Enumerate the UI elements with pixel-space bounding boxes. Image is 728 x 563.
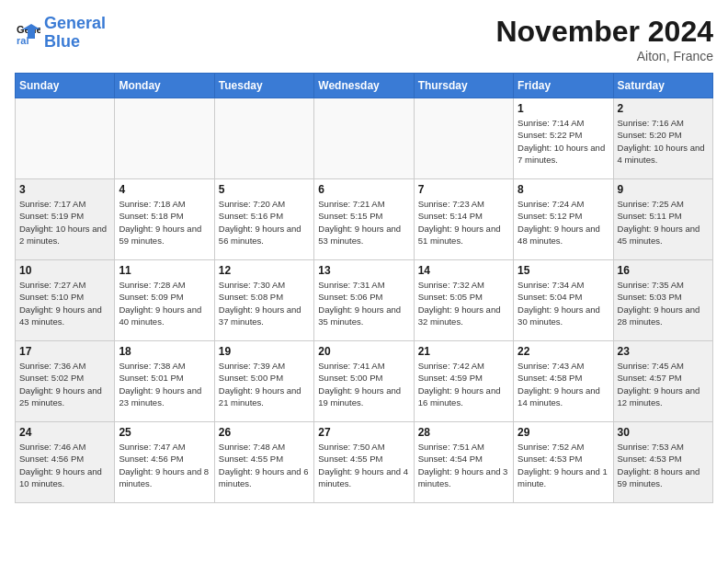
- logo-text-line1: General: [44, 15, 106, 33]
- day-number: 25: [119, 426, 210, 439]
- calendar-cell: [115, 98, 214, 179]
- day-number: 17: [19, 345, 110, 358]
- day-number: 7: [418, 183, 509, 196]
- day-info: Sunrise: 7:50 AM Sunset: 4:55 PM Dayligh…: [318, 441, 409, 489]
- day-info: Sunrise: 7:34 AM Sunset: 5:04 PM Dayligh…: [518, 279, 609, 327]
- calendar-cell: 11Sunrise: 7:28 AM Sunset: 5:09 PM Dayli…: [115, 260, 214, 341]
- day-info: Sunrise: 7:47 AM Sunset: 4:56 PM Dayligh…: [119, 441, 210, 489]
- day-info: Sunrise: 7:51 AM Sunset: 4:54 PM Dayligh…: [418, 441, 509, 489]
- calendar-cell: 30Sunrise: 7:53 AM Sunset: 4:53 PM Dayli…: [613, 422, 712, 503]
- weekday-header-row: SundayMondayTuesdayWednesdayThursdayFrid…: [16, 74, 713, 98]
- calendar-cell: 24Sunrise: 7:46 AM Sunset: 4:56 PM Dayli…: [16, 422, 115, 503]
- day-info: Sunrise: 7:43 AM Sunset: 4:58 PM Dayligh…: [518, 360, 609, 408]
- svg-text:ral: ral: [17, 35, 28, 46]
- day-info: Sunrise: 7:52 AM Sunset: 4:53 PM Dayligh…: [518, 441, 609, 489]
- calendar-cell: 13Sunrise: 7:31 AM Sunset: 5:06 PM Dayli…: [314, 260, 414, 341]
- calendar-cell: 19Sunrise: 7:39 AM Sunset: 5:00 PM Dayli…: [214, 341, 313, 422]
- day-number: 19: [219, 345, 310, 358]
- calendar-cell: 1Sunrise: 7:14 AM Sunset: 5:22 PM Daylig…: [514, 98, 613, 179]
- day-info: Sunrise: 7:27 AM Sunset: 5:10 PM Dayligh…: [19, 279, 110, 327]
- week-row-2: 3Sunrise: 7:17 AM Sunset: 5:19 PM Daylig…: [16, 179, 713, 260]
- calendar-cell: 3Sunrise: 7:17 AM Sunset: 5:19 PM Daylig…: [16, 179, 115, 260]
- calendar-cell: 18Sunrise: 7:38 AM Sunset: 5:01 PM Dayli…: [115, 341, 214, 422]
- day-number: 14: [418, 264, 509, 277]
- calendar-table: SundayMondayTuesdayWednesdayThursdayFrid…: [15, 73, 713, 503]
- weekday-header-monday: Monday: [115, 74, 214, 98]
- day-number: 4: [119, 183, 210, 196]
- day-number: 23: [618, 345, 709, 358]
- day-number: 28: [418, 426, 509, 439]
- logo-icon: Gene ral: [15, 20, 40, 46]
- day-info: Sunrise: 7:46 AM Sunset: 4:56 PM Dayligh…: [19, 441, 110, 489]
- title-block: November 2024 Aiton, France: [495, 15, 713, 63]
- day-info: Sunrise: 7:23 AM Sunset: 5:14 PM Dayligh…: [418, 198, 509, 247]
- day-info: Sunrise: 7:53 AM Sunset: 4:53 PM Dayligh…: [618, 441, 709, 489]
- calendar-cell: 2Sunrise: 7:16 AM Sunset: 5:20 PM Daylig…: [613, 98, 712, 179]
- day-info: Sunrise: 7:45 AM Sunset: 4:57 PM Dayligh…: [618, 360, 709, 408]
- calendar-cell: [214, 98, 313, 179]
- calendar-cell: [314, 98, 414, 179]
- day-number: 29: [518, 426, 609, 439]
- day-info: Sunrise: 7:31 AM Sunset: 5:06 PM Dayligh…: [318, 279, 409, 327]
- day-number: 22: [518, 345, 609, 358]
- day-info: Sunrise: 7:39 AM Sunset: 5:00 PM Dayligh…: [219, 360, 310, 408]
- calendar-cell: 7Sunrise: 7:23 AM Sunset: 5:14 PM Daylig…: [414, 179, 513, 260]
- day-info: Sunrise: 7:20 AM Sunset: 5:16 PM Dayligh…: [219, 198, 310, 247]
- calendar-cell: 16Sunrise: 7:35 AM Sunset: 5:03 PM Dayli…: [613, 260, 712, 341]
- calendar-cell: 12Sunrise: 7:30 AM Sunset: 5:08 PM Dayli…: [214, 260, 313, 341]
- day-number: 12: [219, 264, 310, 277]
- calendar-cell: 15Sunrise: 7:34 AM Sunset: 5:04 PM Dayli…: [514, 260, 613, 341]
- day-number: 10: [19, 264, 110, 277]
- day-info: Sunrise: 7:38 AM Sunset: 5:01 PM Dayligh…: [119, 360, 210, 408]
- day-number: 11: [119, 264, 210, 277]
- calendar-cell: [414, 98, 513, 179]
- day-info: Sunrise: 7:17 AM Sunset: 5:19 PM Dayligh…: [19, 198, 110, 247]
- location: Aiton, France: [495, 49, 713, 63]
- day-info: Sunrise: 7:21 AM Sunset: 5:15 PM Dayligh…: [318, 198, 409, 247]
- calendar-cell: 6Sunrise: 7:21 AM Sunset: 5:15 PM Daylig…: [314, 179, 414, 260]
- weekday-header-wednesday: Wednesday: [314, 74, 414, 98]
- day-number: 1: [518, 102, 609, 115]
- week-row-3: 10Sunrise: 7:27 AM Sunset: 5:10 PM Dayli…: [16, 260, 713, 341]
- calendar-cell: 9Sunrise: 7:25 AM Sunset: 5:11 PM Daylig…: [613, 179, 712, 260]
- day-number: 3: [19, 183, 110, 196]
- day-info: Sunrise: 7:41 AM Sunset: 5:00 PM Dayligh…: [318, 360, 409, 408]
- day-number: 2: [618, 102, 709, 115]
- weekday-header-saturday: Saturday: [613, 74, 712, 98]
- day-number: 9: [618, 183, 709, 196]
- day-number: 21: [418, 345, 509, 358]
- calendar-cell: 22Sunrise: 7:43 AM Sunset: 4:58 PM Dayli…: [514, 341, 613, 422]
- calendar-cell: 5Sunrise: 7:20 AM Sunset: 5:16 PM Daylig…: [214, 179, 313, 260]
- calendar-cell: 21Sunrise: 7:42 AM Sunset: 4:59 PM Dayli…: [414, 341, 513, 422]
- calendar-cell: 8Sunrise: 7:24 AM Sunset: 5:12 PM Daylig…: [514, 179, 613, 260]
- day-info: Sunrise: 7:28 AM Sunset: 5:09 PM Dayligh…: [119, 279, 210, 327]
- day-info: Sunrise: 7:48 AM Sunset: 4:55 PM Dayligh…: [219, 441, 310, 489]
- week-row-4: 17Sunrise: 7:36 AM Sunset: 5:02 PM Dayli…: [16, 341, 713, 422]
- day-info: Sunrise: 7:16 AM Sunset: 5:20 PM Dayligh…: [618, 117, 709, 166]
- calendar-cell: 4Sunrise: 7:18 AM Sunset: 5:18 PM Daylig…: [115, 179, 214, 260]
- calendar-cell: 20Sunrise: 7:41 AM Sunset: 5:00 PM Dayli…: [314, 341, 414, 422]
- calendar-cell: 27Sunrise: 7:50 AM Sunset: 4:55 PM Dayli…: [314, 422, 414, 503]
- calendar-cell: 23Sunrise: 7:45 AM Sunset: 4:57 PM Dayli…: [613, 341, 712, 422]
- calendar-cell: 25Sunrise: 7:47 AM Sunset: 4:56 PM Dayli…: [115, 422, 214, 503]
- week-row-1: 1Sunrise: 7:14 AM Sunset: 5:22 PM Daylig…: [16, 98, 713, 179]
- weekday-header-thursday: Thursday: [414, 74, 513, 98]
- day-info: Sunrise: 7:25 AM Sunset: 5:11 PM Dayligh…: [618, 198, 709, 247]
- weekday-header-sunday: Sunday: [16, 74, 115, 98]
- day-number: 26: [219, 426, 310, 439]
- day-number: 8: [518, 183, 609, 196]
- weekday-header-friday: Friday: [514, 74, 613, 98]
- month-title: November 2024: [495, 15, 713, 49]
- day-number: 24: [19, 426, 110, 439]
- day-number: 20: [318, 345, 409, 358]
- day-number: 30: [618, 426, 709, 439]
- page-header: Gene ral General Blue November 2024 Aito…: [15, 15, 713, 63]
- week-row-5: 24Sunrise: 7:46 AM Sunset: 4:56 PM Dayli…: [16, 422, 713, 503]
- day-info: Sunrise: 7:30 AM Sunset: 5:08 PM Dayligh…: [219, 279, 310, 327]
- day-number: 15: [518, 264, 609, 277]
- day-info: Sunrise: 7:24 AM Sunset: 5:12 PM Dayligh…: [518, 198, 609, 247]
- day-info: Sunrise: 7:14 AM Sunset: 5:22 PM Dayligh…: [518, 117, 609, 166]
- day-number: 18: [119, 345, 210, 358]
- calendar-cell: 10Sunrise: 7:27 AM Sunset: 5:10 PM Dayli…: [16, 260, 115, 341]
- logo-text-line2: Blue: [44, 33, 106, 52]
